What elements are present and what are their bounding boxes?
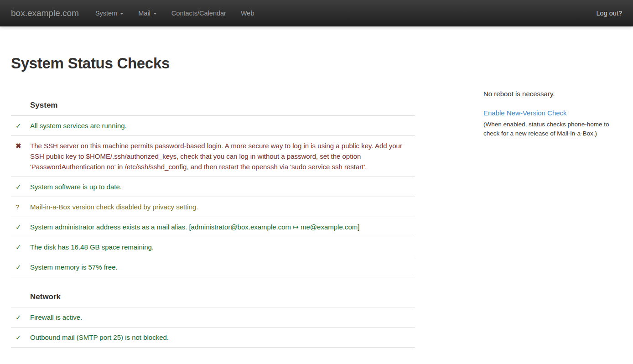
nav-link-mail[interactable]: Mail bbox=[131, 0, 164, 26]
section-heading-spacer bbox=[11, 86, 30, 116]
chevron-down-icon bbox=[120, 13, 124, 15]
reboot-status: No reboot is necessary. bbox=[483, 90, 621, 98]
version-check-note: (When enabled, status checks phone-home … bbox=[483, 120, 621, 138]
status-sidebar: No reboot is necessary. Enable New-Versi… bbox=[483, 26, 621, 348]
section-heading-spacer bbox=[11, 277, 30, 307]
check-text: Outbound mail (SMTP port 25) is not bloc… bbox=[30, 328, 415, 348]
section-heading: System bbox=[30, 86, 415, 116]
check-row: ? Mail-in-a-Box version check disabled b… bbox=[11, 197, 415, 217]
page-title: System Status Checks bbox=[11, 55, 415, 72]
check-text: System software is up to date. bbox=[30, 177, 415, 197]
check-text: Firewall is active. bbox=[30, 307, 415, 328]
check-row: ✓ System memory is 57% free. bbox=[11, 257, 415, 277]
logout-link[interactable]: Log out? bbox=[597, 0, 622, 26]
nav-item-system: System bbox=[88, 0, 131, 26]
check-row: ✓ System administrator address exists as… bbox=[11, 217, 415, 237]
check-text: System administrator address exists as a… bbox=[30, 217, 415, 237]
status-checks-table: System ✓ All system services are running… bbox=[11, 86, 415, 348]
section-heading-row: System bbox=[11, 86, 415, 116]
status-ok-icon: ✓ bbox=[11, 328, 30, 348]
check-text: System memory is 57% free. bbox=[30, 257, 415, 277]
nav-link-system[interactable]: System bbox=[88, 0, 131, 26]
check-row: ✓ Firewall is active. bbox=[11, 307, 415, 328]
status-ok-icon: ✓ bbox=[11, 177, 30, 197]
status-ok-icon: ✓ bbox=[11, 217, 30, 237]
check-text: Mail-in-a-Box version check disabled by … bbox=[30, 197, 415, 217]
chevron-down-icon bbox=[153, 13, 157, 15]
nav-link-web[interactable]: Web bbox=[233, 0, 262, 26]
check-row: ✖ The SSH server on this machine permits… bbox=[11, 136, 415, 177]
check-row: ✓ System software is up to date. bbox=[11, 177, 415, 197]
nav-link-contacts-calendar[interactable]: Contacts/Calendar bbox=[164, 0, 233, 26]
status-ok-icon: ✓ bbox=[11, 116, 30, 136]
enable-version-check-link[interactable]: Enable New-Version Check bbox=[483, 109, 567, 117]
check-text: The disk has 16.48 GB space remaining. bbox=[30, 237, 415, 257]
page-content: System Status Checks System ✓ All system… bbox=[0, 26, 633, 348]
status-error-icon: ✖ bbox=[11, 136, 30, 177]
navbar-brand[interactable]: box.example.com bbox=[11, 0, 79, 26]
check-row: ✓ All system services are running. bbox=[11, 116, 415, 136]
status-checks-column: System Status Checks System ✓ All system… bbox=[11, 26, 415, 348]
section-heading: Network bbox=[30, 277, 415, 307]
status-ok-icon: ✓ bbox=[11, 307, 30, 328]
status-ok-icon: ✓ bbox=[11, 237, 30, 257]
nav-item-web: Web bbox=[233, 0, 262, 26]
check-row: ✓ The disk has 16.48 GB space remaining. bbox=[11, 237, 415, 257]
top-navbar: box.example.com System Mail Contacts/Cal… bbox=[0, 0, 633, 26]
navbar-menu: System Mail Contacts/Calendar Web bbox=[88, 0, 262, 26]
section-heading-row: Network bbox=[11, 277, 415, 307]
check-text: All system services are running. bbox=[30, 116, 415, 136]
check-text: The SSH server on this machine permits p… bbox=[30, 136, 415, 177]
check-row: ✓ Outbound mail (SMTP port 25) is not bl… bbox=[11, 328, 415, 348]
status-ok-icon: ✓ bbox=[11, 257, 30, 277]
nav-item-contacts-calendar: Contacts/Calendar bbox=[164, 0, 233, 26]
nav-item-mail: Mail bbox=[131, 0, 164, 26]
status-warning-icon: ? bbox=[11, 197, 30, 217]
